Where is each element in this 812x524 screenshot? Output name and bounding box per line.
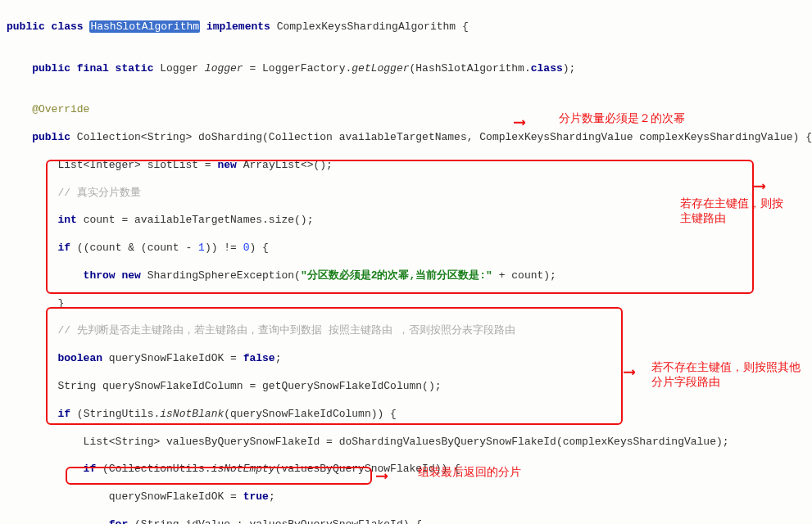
code-line: boolean querySnowFlakeIdOK = false; <box>7 352 805 366</box>
code-line: for (String idValue : valuesByQuerySnowF… <box>7 518 805 524</box>
code-line: public final static Logger logger = Logg… <box>7 62 805 76</box>
comment: // 真实分片数量 <box>7 187 805 201</box>
code-line: throw new ShardingSphereException("分区数必须… <box>7 269 805 283</box>
code-line: if (CollectionUtils.isNotEmpty(valuesByQ… <box>7 463 805 477</box>
selected-class-name: HashSlotAlgorithm <box>89 20 200 33</box>
code-line: public Collection<String> doSharding(Col… <box>7 131 805 145</box>
code-line: if (StringUtils.isNotBlank(querySnowFlak… <box>7 408 805 422</box>
code-line: public class HashSlotAlgorithm implement… <box>7 20 805 34</box>
code-line: querySnowFlakeIdOK = true; <box>7 490 805 504</box>
code-line: if ((count & (count - 1)) != 0) { <box>7 242 805 255</box>
annotation-override: @Override <box>7 103 805 117</box>
comment: // 先判断是否走主键路由，若主键路由，查询中到数据 按照主键路由 ，否则按照分… <box>7 324 805 338</box>
code-block: public class HashSlotAlgorithm implement… <box>7 7 805 524</box>
code-line: List<Integer> slotList = new ArrayList<>… <box>7 159 805 173</box>
code-line: int count = availableTargetNames.size(); <box>7 214 805 228</box>
